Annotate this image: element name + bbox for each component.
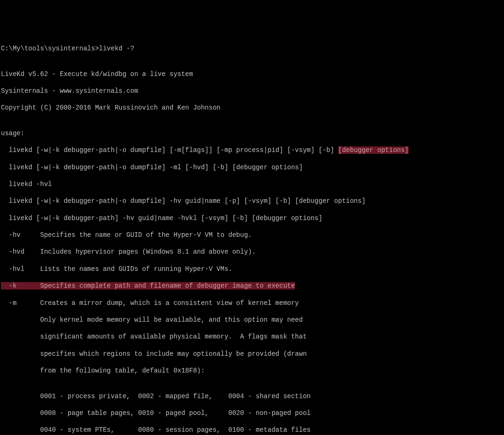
opt-hv: -hv Specifies the name or GUID of the Hy… (1, 231, 503, 239)
app-url: Sysinternals - www.sysinternals.com (1, 87, 503, 95)
opt-m-1: -m Creates a mirror dump, which is a con… (1, 299, 503, 307)
usage-1-pre: livekd [-w|-k debugger-path|-o dumpfile]… (1, 146, 338, 154)
usage-1-highlight: [debugger options] (338, 146, 409, 154)
usage-line-2: livekd [-w|-k debugger-path|-o dumpfile]… (1, 163, 503, 172)
opt-hvd: -hvd Includes hypervisor pages (Windows … (1, 248, 503, 256)
usage-line-5: livekd [-w|-k debugger-path] -hv guid|na… (1, 214, 503, 222)
usage-line-3: livekd -hvl (1, 180, 503, 188)
opt-k: -k Specifies complete path and filename … (1, 282, 503, 290)
usage-label: usage: (1, 129, 503, 138)
prompt-line-1[interactable]: C:\My\tools\sysinternals>livekd -? (1, 44, 503, 53)
opt-m-5: from the following table, default 0x18F8… (1, 366, 503, 375)
app-title: LiveKd v5.62 - Execute kd/windbg on a li… (1, 70, 503, 78)
usage-line-1: livekd [-w|-k debugger-path|-o dumpfile]… (1, 146, 503, 154)
entered-command: livekd -? (99, 45, 134, 52)
flags-3: 0040 - system PTEs, 0080 - session pages… (1, 426, 503, 434)
opt-hvl: -hvl Lists the names and GUIDs of runnin… (1, 265, 503, 273)
opt-m-3: significant amounts of available physica… (1, 332, 503, 341)
flags-2: 0008 - page table pages, 0010 - paged po… (1, 409, 503, 417)
opt-m-2: Only kernel mode memory will be availabl… (1, 316, 503, 324)
flags-1: 0001 - process private, 0002 - mapped fi… (1, 392, 503, 400)
terminal-output: C:\My\tools\sysinternals>livekd -? LiveK… (0, 34, 504, 435)
opt-m-4: specifies which regions to include may o… (1, 350, 503, 358)
opt-k-flag: -k (1, 282, 17, 290)
usage-line-4: livekd [-w|-k debugger-path|-o dumpfile]… (1, 197, 503, 205)
copyright: Copyright (C) 2000-2016 Mark Russinovich… (1, 104, 503, 112)
prompt-path: C:\My\tools\sysinternals> (1, 45, 99, 52)
opt-k-desc: Specifies complete path and filename of … (17, 282, 295, 290)
